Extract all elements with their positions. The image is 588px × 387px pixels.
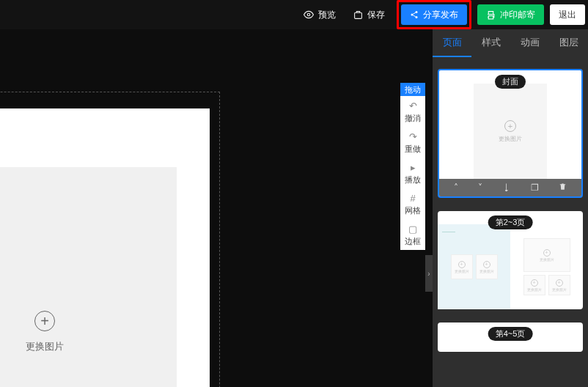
cover-preview: + 更换图片	[474, 84, 547, 179]
svg-point-4	[416, 16, 418, 18]
save-icon	[353, 10, 363, 20]
chevron-right-icon: ›	[427, 270, 430, 278]
svg-point-3	[411, 14, 414, 16]
download-icon[interactable]: ⭣	[502, 183, 511, 193]
tab-style[interactable]: 样式	[471, 29, 510, 57]
top-header: 预览 保存 分享发布 冲印邮寄 退出	[0, 0, 588, 29]
print-label: 冲印邮寄	[500, 9, 535, 21]
mini-placeholder: + 更换图片	[523, 238, 570, 272]
plus-icon: +	[556, 279, 563, 287]
save-label: 保存	[367, 9, 385, 21]
redo-button[interactable]: ↷ 重做	[400, 127, 425, 158]
canvas-area: + 更换图片	[0, 29, 433, 387]
canvas-selection[interactable]: + 更换图片	[0, 92, 220, 387]
placeholder-label: 更换图片	[26, 340, 64, 353]
preview-button[interactable]: 预览	[298, 9, 342, 21]
redo-label: 重做	[405, 144, 421, 155]
undo-label: 撤消	[405, 113, 421, 124]
panel-collapse-tab[interactable]: ›	[425, 255, 433, 292]
share-label: 分享发布	[423, 9, 458, 21]
border-icon: ▢	[408, 224, 417, 235]
grid-label: 网格	[405, 205, 421, 216]
panel-tabs: 页面 样式 动画 图层	[433, 29, 588, 57]
mini-placeholder: + 更换图片	[476, 254, 498, 279]
printer-icon	[486, 10, 496, 20]
share-icon	[410, 10, 419, 19]
plus-icon: +	[543, 249, 551, 257]
side-toolbar: 拖动 ↶ 撤消 ↷ 重做 ▸ 播放 # 网格 ▢ 边框	[400, 83, 425, 250]
border-label: 边框	[405, 236, 421, 247]
eye-icon	[304, 10, 314, 20]
main-area: + 更换图片 拖动 ↶ 撤消 ↷ 重做 ▸ 播放 # 网格 ▢ 边框	[0, 29, 588, 387]
thumb-actions: ˄ ˅ ⭣ ❐	[439, 179, 581, 196]
border-button[interactable]: ▢ 边框	[400, 219, 425, 250]
page-thumb-cover[interactable]: 封面 + 更换图片 ˄ ˅ ⭣ ❐	[438, 69, 583, 198]
move-up-icon[interactable]: ˄	[454, 183, 458, 193]
copy-icon[interactable]: ❐	[531, 183, 539, 193]
right-panel: 页面 样式 动画 图层 封面 + 更换图片 ˄ ˅ ⭣ ❐	[433, 29, 588, 387]
mini-placeholder: + 更换图片	[548, 275, 570, 295]
exit-label: 退出	[559, 9, 576, 21]
cover-placeholder-text: 更换图片	[499, 135, 522, 143]
spread-left: ⋯⋯⋯ + 更换图片 + 更换图片	[438, 224, 510, 309]
undo-icon: ↶	[409, 100, 417, 111]
canvas-page: + 更换图片	[0, 108, 210, 387]
page-label: 第4~5页	[488, 327, 533, 341]
plus-icon: +	[483, 261, 490, 268]
play-button[interactable]: ▸ 播放	[400, 158, 425, 188]
page-label: 第2~3页	[488, 215, 533, 229]
grid-icon: #	[410, 193, 415, 204]
tab-page[interactable]: 页面	[433, 29, 471, 57]
spread-decoration: ⋯⋯⋯	[442, 229, 455, 234]
plus-icon: +	[458, 261, 466, 268]
plus-icon: +	[504, 120, 516, 132]
page-thumb-spread1[interactable]: 第2~3页 ⋯⋯⋯ + 更换图片 + 更换图片	[438, 211, 583, 309]
spread-right: + 更换图片 + 更换图片 + 更换图片	[510, 224, 583, 309]
print-button[interactable]: 冲印邮寄	[477, 4, 544, 25]
play-icon: ▸	[411, 162, 416, 173]
page-list: 封面 + 更换图片 ˄ ˅ ⭣ ❐ 第2~3页	[433, 57, 588, 387]
image-placeholder[interactable]: + 更换图片	[0, 167, 177, 387]
mini-placeholder: + 更换图片	[451, 254, 473, 279]
preview-label: 预览	[318, 9, 336, 21]
page-label: 封面	[495, 75, 526, 89]
svg-rect-1	[355, 12, 362, 18]
drag-badge[interactable]: 拖动	[400, 83, 425, 96]
undo-button[interactable]: ↶ 撤消	[400, 96, 425, 127]
tab-layer[interactable]: 图层	[549, 29, 588, 57]
plus-icon: +	[531, 279, 538, 287]
move-down-icon[interactable]: ˅	[478, 183, 482, 193]
highlight-share: 分享发布	[397, 0, 471, 29]
play-label: 播放	[405, 174, 421, 185]
svg-point-2	[416, 11, 418, 13]
tab-animation[interactable]: 动画	[510, 29, 549, 57]
mini-placeholder: + 更换图片	[523, 275, 545, 295]
plus-icon: +	[34, 311, 55, 331]
share-button[interactable]: 分享发布	[401, 4, 467, 25]
page-thumb-spread2[interactable]: 第4~5页	[438, 322, 583, 352]
delete-icon[interactable]	[559, 183, 567, 193]
grid-button[interactable]: # 网格	[400, 188, 425, 219]
exit-button[interactable]: 退出	[550, 4, 585, 25]
save-button[interactable]: 保存	[348, 9, 391, 21]
svg-rect-5	[488, 15, 493, 18]
svg-point-0	[307, 13, 310, 16]
redo-icon: ↷	[409, 131, 417, 142]
